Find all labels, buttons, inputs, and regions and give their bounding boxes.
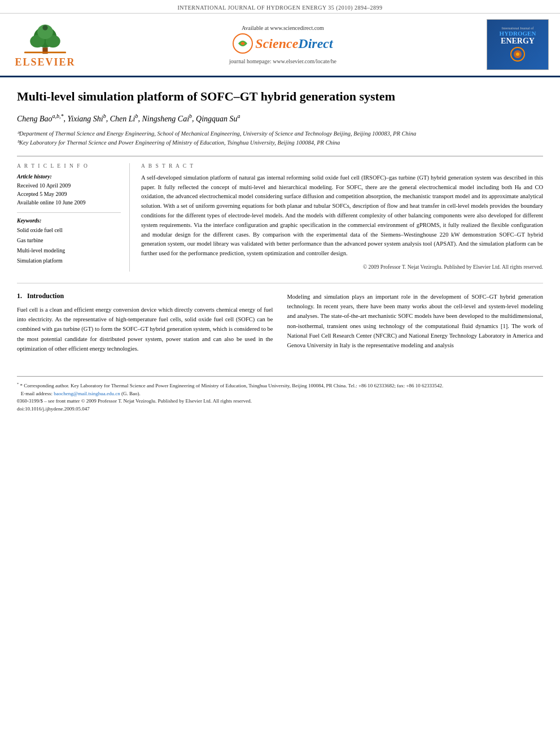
journal-title: INTERNATIONAL JOURNAL OF HYDROGEN ENERGY… [177,5,382,11]
intro-heading: 1. Introduction [17,292,273,300]
hydrogen-name-text: HYDROGEN [500,30,536,37]
author-bao-sup: a,b,* [53,113,64,120]
corresponding-text: * Corresponding author. Key Laboratory f… [20,383,443,388]
affiliation-b: ᵇKey Laboratory for Thermal Science and … [17,138,543,147]
email-link[interactable]: baocheng@mail.tsinghua.edu.cn [54,391,120,396]
svg-point-5 [42,25,47,30]
sd-direct: Direct [298,36,333,51]
info-divider [17,212,121,213]
sd-science: Science [255,36,298,51]
doi-line: doi:10.1016/j.ijhydene.2009.05.047 [17,405,543,413]
svg-point-10 [516,53,519,56]
author-shi: Yixiang Shi [68,115,103,123]
available-text: Available at www.sciencedirect.com [242,25,324,31]
article-history-group: Article history: Received 10 April 2009 … [17,173,121,207]
body-two-col: 1. Introduction Fuel cell is a clean and… [17,292,543,354]
authors-line: Cheng Baoa,b,*, Yixiang Shib, Chen Lib, … [17,113,543,124]
right-column: Modeling and simulation plays an importa… [287,292,544,354]
available-online-date: Available online 10 June 2009 [17,198,121,207]
hydrogen-energy-text: ENERGY [501,37,535,46]
elsevier-logo: ELSEVIER [11,21,79,68]
hydrogen-energy-logo: International Journal of HYDROGEN ENERGY [487,19,549,70]
keywords-group: Keywords: Solid oxide fuel cell Gas turb… [17,217,121,266]
left-column: 1. Introduction Fuel cell is a clean and… [17,292,273,354]
abstract-label: A B S T R A C T [141,163,543,169]
article-info-label: A R T I C L E I N F O [17,163,121,169]
corresponding-author-note: * * Corresponding author. Key Laboratory… [17,381,543,390]
footnotes: * * Corresponding author. Key Laboratory… [0,381,560,418]
received-date: Received 10 April 2009 [17,181,121,190]
keyword-3: Multi-level modeling [17,246,121,256]
email-line: E-mail address: baocheng@mail.tsinghua.e… [17,390,543,398]
info-abstract-row: A R T I C L E I N F O Article history: R… [17,156,543,272]
author-li-sup: b [135,113,138,120]
keyword-2: Gas turbine [17,235,121,246]
keyword-1: Solid oxide fuel cell [17,225,121,235]
asterisk-sup: * [17,382,19,386]
hydrogen-logo-graphic [501,46,535,63]
article-page: INTERNATIONAL JOURNAL OF HYDROGEN ENERGY… [0,0,560,747]
affiliations: ᵃDepartment of Thermal Science and Energ… [17,129,543,147]
affiliation-a: ᵃDepartment of Thermal Science and Energ… [17,129,543,138]
article-title: Multi-level simulation platform of SOFC–… [17,89,543,105]
intro-title: Introduction [27,292,64,300]
journal-homepage: journal homepage: www.elsevier.com/locat… [229,58,336,64]
svg-rect-6 [24,51,66,53]
article-info-section: A R T I C L E I N F O Article history: R… [17,163,130,272]
sciencedirect-logo-center: Available at www.sciencedirect.com Scien… [229,25,336,64]
author-li: Chen Li [110,115,135,123]
body-divider [17,283,543,283]
sciencedirect-logo: ScienceDirect [233,33,333,54]
keyword-4: Simulation platform [17,256,121,266]
abstract-text: A self-developed simulation platform of … [141,173,543,259]
abstract-section: A B S T R A C T A self-developed simulat… [141,163,543,272]
journal-header: INTERNATIONAL JOURNAL OF HYDROGEN ENERGY… [0,0,560,14]
email-name: (G. Bao). [121,391,141,396]
email-label: E-mail address: [21,391,53,396]
article-history-title: Article history: [17,173,121,180]
author-shi-sup: b [103,113,106,120]
author-cai: Ningsheng Cai [142,115,189,123]
elsevier-tree-icon [23,21,68,55]
author-bao: Cheng Bao [17,115,53,123]
issn-line: 0360-3199/$ – see front matter © 2009 Pr… [17,397,543,405]
author-su-sup: a [238,113,240,120]
author-cai-sup: b [189,113,192,120]
intro-right-text: Modeling and simulation plays an importa… [287,292,544,351]
author-su: Qingquan Su [196,115,238,123]
article-content: Multi-level simulation platform of SOFC–… [0,77,560,365]
accepted-date: Accepted 5 May 2009 [17,190,121,198]
keywords-title: Keywords: [17,217,121,224]
logos-row: ELSEVIER Available at www.sciencedirect.… [0,14,560,77]
footer-divider [17,376,543,377]
keywords-list: Solid oxide fuel cell Gas turbine Multi-… [17,225,121,266]
sciencedirect-icon [233,33,253,54]
elsevier-text-logo: ELSEVIER [15,56,75,68]
intro-number: 1. [17,292,22,300]
intro-left-text: Fuel cell is a clean and efficient energ… [17,305,273,354]
copyright-line: © 2009 Professor T. Nejat Veziroglu. Pub… [141,264,543,270]
